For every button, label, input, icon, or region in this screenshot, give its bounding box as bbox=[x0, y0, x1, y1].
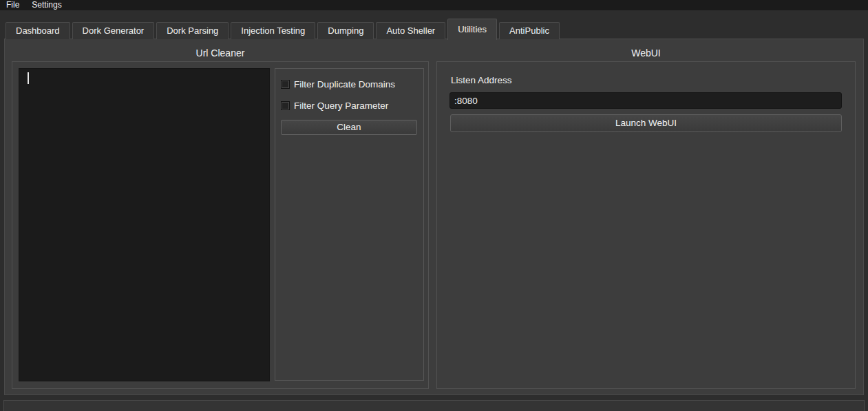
webui-group-box bbox=[436, 61, 856, 389]
url-list-input[interactable] bbox=[19, 68, 270, 381]
tab-dumping[interactable]: Dumping bbox=[317, 22, 374, 39]
menu-bar: File Settings bbox=[0, 0, 868, 10]
clean-button[interactable]: Clean bbox=[281, 120, 417, 135]
tab-dork-parsing[interactable]: Dork Parsing bbox=[156, 22, 229, 39]
tab-injection-testing[interactable]: Injection Testing bbox=[231, 22, 315, 39]
checkbox-filter-duplicate-domains[interactable]: Filter Duplicate Domains bbox=[281, 78, 395, 89]
tab-antipublic[interactable]: AntiPublic bbox=[499, 22, 560, 39]
listen-address-input[interactable] bbox=[449, 92, 842, 109]
launch-webui-button[interactable]: Launch WebUI bbox=[450, 114, 842, 132]
url-cleaner-group-title: Url Cleaner bbox=[12, 48, 429, 59]
menu-settings[interactable]: Settings bbox=[25, 0, 67, 10]
status-bar bbox=[3, 400, 865, 411]
checkbox-label: Filter Query Parameter bbox=[294, 101, 388, 111]
checkbox-label: Filter Duplicate Domains bbox=[294, 79, 395, 89]
tab-dork-generator[interactable]: Dork Generator bbox=[72, 22, 155, 39]
tab-utilities[interactable]: Utilities bbox=[447, 19, 497, 40]
tab-auto-sheller[interactable]: Auto Sheller bbox=[376, 22, 445, 39]
tab-dashboard[interactable]: Dashboard bbox=[6, 22, 70, 39]
checkbox-unchecked-icon[interactable] bbox=[281, 101, 290, 110]
utilities-tab-page: Url Cleaner Filter Duplicate Domains Fil… bbox=[4, 39, 864, 395]
checkbox-unchecked-icon[interactable] bbox=[281, 80, 290, 89]
listen-address-label: Listen Address bbox=[451, 75, 512, 85]
menu-file[interactable]: File bbox=[0, 0, 25, 10]
url-cleaner-options-panel: Filter Duplicate Domains Filter Query Pa… bbox=[275, 68, 424, 381]
webui-group-title: WebUI bbox=[436, 48, 856, 59]
checkbox-filter-query-parameter[interactable]: Filter Query Parameter bbox=[281, 100, 388, 111]
tab-strip: Dashboard Dork Generator Dork Parsing In… bbox=[6, 18, 560, 39]
